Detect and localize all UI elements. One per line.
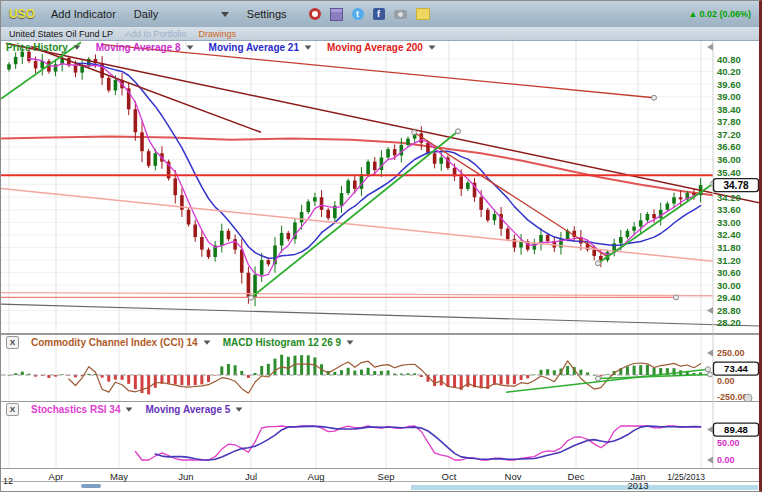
svg-text:30.00: 30.00 [717, 280, 741, 291]
interval-select[interactable]: Daily [134, 8, 229, 20]
svg-text:40.20: 40.20 [717, 66, 741, 77]
svg-text:37.80: 37.80 [717, 116, 741, 127]
year-label: 12 [3, 476, 13, 486]
month-label: Nov [496, 471, 530, 482]
note-icon[interactable] [416, 8, 430, 20]
cci-panel-close-button[interactable]: X [6, 336, 19, 349]
stoch-panel-header: X Stochastics RSI 34 Moving Average 5 [6, 403, 243, 415]
svg-text:29.40: 29.40 [717, 292, 741, 303]
month-label: Oct [432, 471, 466, 482]
current-stoch-tag: 89.48 [714, 423, 759, 436]
svg-text:33.00: 33.00 [717, 217, 741, 228]
svg-text:40.80: 40.80 [717, 54, 741, 65]
time-axis[interactable]: 12 1/25/2013 AprMayJunJulAugSepOctNovDec… [1, 469, 759, 492]
ma5-indicator-label[interactable]: Moving Average 5 [145, 404, 243, 415]
svg-text:39.00: 39.00 [717, 91, 741, 102]
toolbar: USO Add Indicator Daily Settings t f ▲ 0… [1, 1, 759, 27]
svg-text:250.00: 250.00 [717, 348, 745, 358]
svg-text:0.00: 0.00 [717, 455, 735, 465]
month-label: Aug [299, 471, 333, 482]
month-label: Sep [369, 471, 403, 482]
chevron-down-icon [203, 340, 210, 344]
svg-text:35.40: 35.40 [717, 167, 741, 178]
svg-text:36.60: 36.60 [717, 141, 741, 152]
svg-text:37.20: 37.20 [717, 129, 741, 140]
svg-text:34.20: 34.20 [717, 192, 741, 203]
svg-text:28.20: 28.20 [717, 317, 741, 328]
change-value: 0.02 (0.06%) [699, 9, 751, 19]
drawings-link[interactable]: Drawings [199, 29, 237, 39]
stoch-indicator-label[interactable]: Stochastics RSI 34 [31, 404, 133, 415]
app-logo[interactable]: USO [9, 7, 35, 21]
month-label: Jan2013 [621, 471, 655, 490]
svg-text:33.60: 33.60 [717, 204, 741, 215]
stoch-panel-close-button[interactable]: X [6, 403, 19, 416]
settings-button[interactable]: Settings [247, 8, 287, 20]
macd-indicator-label[interactable]: MACD Histogram 12 26 9 [223, 337, 354, 348]
chevron-down-icon [347, 340, 354, 344]
legend-ma8[interactable]: Moving Average 8 [96, 42, 194, 53]
current-cci-tag: 73.44 [714, 362, 759, 375]
svg-text:36.00: 36.00 [717, 154, 741, 165]
cci-indicator-label[interactable]: Commodity Channel Index (CCI) 14 [31, 337, 211, 348]
add-indicator-button[interactable]: Add Indicator [51, 8, 116, 20]
indicator-legend: Price History Moving Average 8 Moving Av… [6, 41, 436, 54]
main-price-chart[interactable]: 40.8040.2039.6039.0038.4037.8037.2036.60… [1, 40, 762, 334]
svg-text:32.40: 32.40 [717, 229, 741, 240]
legend-ma200[interactable]: Moving Average 200 [327, 42, 436, 53]
price-change-indicator: ▲ 0.02 (0.06%) [689, 9, 751, 19]
camera-icon[interactable] [394, 10, 407, 19]
chevron-down-icon [305, 45, 312, 49]
month-label: Dec [559, 471, 593, 482]
svg-text:38.40: 38.40 [717, 104, 741, 115]
svg-text:31.20: 31.20 [717, 255, 741, 266]
svg-text:30.60: 30.60 [717, 267, 741, 278]
chevron-down-icon [186, 45, 193, 49]
chevron-down-icon [221, 12, 229, 17]
svg-text:39.60: 39.60 [717, 79, 741, 90]
chevron-down-icon [236, 407, 243, 411]
month-label: Apr [39, 471, 73, 482]
interval-value: Daily [134, 8, 158, 20]
symbol-name: United States Oil Fund LP [9, 29, 113, 39]
month-label: Jul [234, 471, 268, 482]
alarm-icon[interactable] [309, 8, 321, 20]
last-date-label: 1/25/2013 [649, 472, 705, 482]
chevron-down-icon [73, 45, 80, 49]
chart-window: 40.8040.2039.6039.0038.4037.8037.2036.60… [0, 0, 762, 492]
twitter-icon[interactable]: t [352, 8, 364, 20]
month-label: May [102, 471, 136, 482]
cci-panel-header: X Commodity Channel Index (CCI) 14 MACD … [6, 336, 354, 348]
svg-text:50.00: 50.00 [717, 438, 740, 448]
cube-icon[interactable] [330, 8, 343, 21]
svg-text:73.44: 73.44 [724, 363, 748, 374]
svg-text:31.80: 31.80 [717, 242, 741, 253]
chevron-down-icon [429, 45, 436, 49]
toolbar-icons: t f [309, 8, 430, 21]
svg-text:28.80: 28.80 [717, 305, 741, 316]
svg-text:34.78: 34.78 [723, 180, 748, 191]
add-to-portfolio-link[interactable]: Add to Portfolio [125, 29, 187, 39]
month-label: Jun [169, 471, 203, 482]
chevron-down-icon [126, 407, 133, 411]
legend-price-history[interactable]: Price History [6, 42, 81, 53]
svg-text:0.00: 0.00 [717, 376, 735, 386]
svg-text:-250.00: -250.00 [717, 392, 748, 401]
up-arrow-icon: ▲ [689, 9, 698, 19]
symbol-bar: United States Oil Fund LP Add to Portfol… [1, 27, 759, 41]
current-price-tag: 34.78 [714, 179, 759, 192]
panel-resize-handle[interactable] [744, 394, 752, 401]
facebook-icon[interactable]: f [373, 8, 385, 20]
legend-ma21[interactable]: Moving Average 21 [209, 42, 312, 53]
svg-text:89.48: 89.48 [724, 424, 748, 435]
